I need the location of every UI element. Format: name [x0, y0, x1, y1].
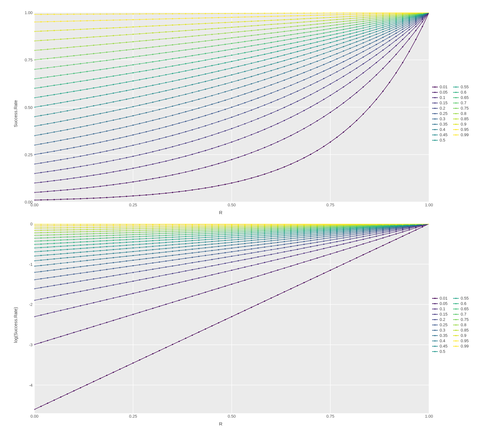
- series-point: [317, 234, 318, 235]
- series-point: [139, 13, 140, 14]
- series-point: [211, 72, 213, 73]
- series-point: [369, 67, 370, 69]
- series-point: [244, 102, 245, 103]
- series-point: [238, 237, 239, 238]
- series-point: [198, 75, 199, 76]
- series-point: [73, 147, 75, 148]
- series-point: [113, 227, 114, 228]
- series-point: [238, 229, 239, 230]
- series-point: [86, 272, 88, 273]
- series-point: [257, 150, 259, 151]
- series-point: [395, 21, 397, 22]
- series-point: [106, 269, 107, 270]
- series-point: [86, 165, 88, 166]
- series-point: [139, 228, 140, 229]
- series-point: [271, 231, 272, 233]
- series-point: [139, 224, 140, 225]
- legend-swatch-icon: [432, 113, 438, 114]
- series-point: [205, 53, 206, 54]
- series-point: [277, 231, 278, 232]
- series-point: [277, 245, 278, 246]
- series-point: [225, 161, 226, 162]
- series-point: [152, 308, 153, 309]
- series-point: [330, 253, 331, 255]
- series-point: [139, 254, 140, 255]
- series-point: [126, 49, 127, 51]
- series-point: [139, 250, 140, 251]
- series-point: [54, 151, 55, 152]
- series-point: [54, 170, 55, 171]
- series-point: [251, 121, 252, 122]
- series-point: [317, 245, 318, 246]
- series-point: [303, 231, 305, 232]
- series-point: [60, 56, 61, 58]
- legend-item: 0.4: [432, 338, 447, 343]
- series-point: [47, 340, 48, 341]
- series-point: [126, 169, 127, 170]
- series-point: [277, 62, 278, 63]
- series-point: [165, 59, 167, 60]
- series-point: [34, 255, 35, 257]
- series-point: [290, 232, 292, 233]
- series-point: [218, 227, 219, 228]
- series-point: [113, 225, 114, 226]
- x-ticks-top: 0.000.250.500.751.00: [34, 203, 429, 208]
- series-point: [402, 20, 403, 22]
- series-point: [185, 190, 186, 192]
- series-point: [73, 332, 75, 333]
- series-point: [152, 61, 153, 62]
- series-point: [126, 228, 127, 229]
- series-point: [172, 234, 173, 236]
- series-point: [165, 266, 167, 268]
- series-point: [80, 29, 81, 30]
- series-point: [159, 229, 160, 231]
- legend-swatch-icon: [432, 87, 438, 87]
- series-point: [271, 20, 272, 21]
- series-point: [54, 75, 55, 77]
- series-point: [218, 111, 219, 112]
- series-point: [40, 87, 42, 88]
- series-point: [80, 81, 81, 82]
- series-point: [54, 94, 55, 95]
- series-point: [323, 29, 324, 30]
- series-point: [257, 242, 259, 243]
- series-point: [415, 23, 416, 25]
- series-point: [86, 225, 88, 226]
- series-point: [34, 300, 35, 301]
- series-point: [185, 243, 186, 244]
- series-point: [185, 236, 186, 237]
- series-point: [225, 319, 226, 320]
- series-point: [80, 37, 81, 39]
- series-point: [225, 76, 226, 77]
- legend-swatch-icon: [453, 92, 459, 93]
- series-point: [54, 122, 55, 123]
- series-point: [132, 56, 134, 58]
- series-point: [192, 279, 193, 280]
- series-point: [225, 69, 226, 70]
- series-point: [389, 82, 390, 83]
- series-point: [146, 33, 147, 34]
- series-point: [106, 227, 107, 228]
- series-point: [257, 118, 259, 119]
- series-point: [323, 53, 324, 54]
- series-point: [264, 87, 265, 88]
- series-point: [356, 235, 357, 236]
- series-point: [330, 51, 331, 52]
- series-point: [356, 49, 357, 51]
- series-point: [330, 239, 331, 241]
- series-point: [172, 80, 173, 82]
- series-point: [185, 338, 186, 339]
- series-point: [106, 233, 107, 234]
- legend-swatch-icon: [453, 113, 459, 114]
- series-point: [146, 254, 147, 255]
- series-point: [113, 35, 114, 36]
- series-point: [277, 232, 278, 234]
- series-point: [284, 107, 285, 108]
- series-point: [132, 232, 134, 233]
- series-point: [238, 250, 239, 251]
- series-point: [271, 271, 272, 273]
- series-point: [34, 240, 35, 242]
- series-point: [310, 21, 311, 22]
- series-point: [382, 44, 384, 46]
- series-point: [93, 238, 94, 239]
